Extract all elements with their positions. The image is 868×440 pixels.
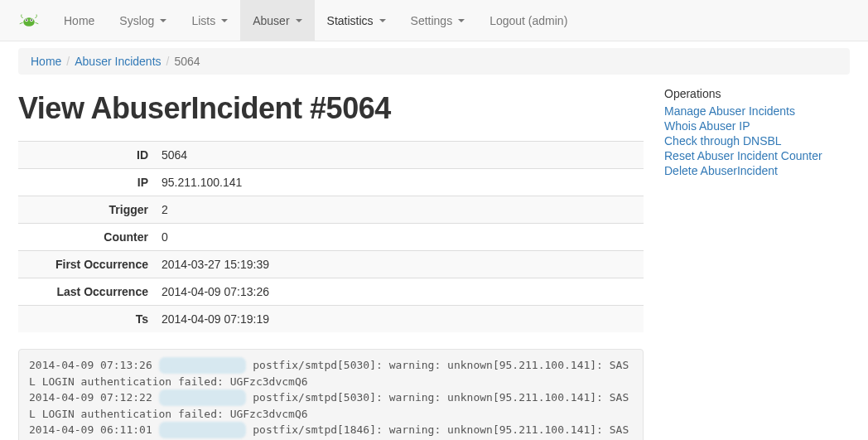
nav-syslog[interactable]: Syslog xyxy=(107,0,179,41)
operation-link[interactable]: Check through DNSBL xyxy=(664,133,822,148)
table-row: First Occurrence2014-03-27 15:19:39 xyxy=(18,251,644,278)
detail-table: ID5064 IP95.211.100.141 Trigger2 Counter… xyxy=(18,141,644,332)
nav-list: Home Syslog Lists Abuser Statistics Sett… xyxy=(51,0,580,41)
nav-lists[interactable]: Lists xyxy=(179,0,240,41)
nav-logout[interactable]: Logout (admin) xyxy=(477,0,580,41)
table-row: IP95.211.100.141 xyxy=(18,169,644,196)
chevron-down-icon xyxy=(160,19,166,22)
operations-title: Operations xyxy=(664,87,822,100)
navbar: Home Syslog Lists Abuser Statistics Sett… xyxy=(0,0,868,41)
brand-logo[interactable] xyxy=(12,0,51,41)
label-ip: IP xyxy=(18,169,155,196)
label-last: Last Occurrence xyxy=(18,278,155,306)
label-id: ID xyxy=(18,142,155,169)
label-first: First Occurrence xyxy=(18,251,155,278)
chevron-down-icon xyxy=(221,19,228,22)
page-title: View AbuserIncident #5064 xyxy=(18,91,644,126)
table-row: Ts2014-04-09 07:19:19 xyxy=(18,306,644,333)
svg-point-0 xyxy=(23,17,35,27)
blurred-host: xx.x5.1x3.xx xyxy=(159,422,247,438)
nav-settings[interactable]: Settings xyxy=(398,0,478,41)
value-first: 2014-03-27 15:19:39 xyxy=(155,251,644,278)
chevron-down-icon xyxy=(379,19,386,22)
value-ip: 95.211.100.141 xyxy=(155,169,644,196)
breadcrumb-current: 5064 xyxy=(162,55,200,68)
table-row: Trigger2 xyxy=(18,196,644,224)
value-last: 2014-04-09 07:13:26 xyxy=(155,278,644,306)
table-row: Last Occurrence2014-04-09 07:13:26 xyxy=(18,278,644,306)
log-output: 2014-04-09 07:13:26 xx.x5.1x3.xx postfix… xyxy=(18,349,644,440)
svg-point-3 xyxy=(26,19,27,21)
nav-abuser[interactable]: Abuser xyxy=(240,0,314,41)
label-counter: Counter xyxy=(18,224,155,251)
table-row: ID5064 xyxy=(18,142,644,169)
nav-home[interactable]: Home xyxy=(51,0,107,41)
operation-link[interactable]: Manage Abuser Incidents xyxy=(664,104,822,118)
blurred-host: xx.x5.1x3.xx xyxy=(159,357,247,374)
operation-link[interactable]: Whois Abuser IP xyxy=(664,118,822,133)
operation-link[interactable]: Delete AbuserIncident xyxy=(664,163,822,178)
chevron-down-icon xyxy=(296,19,302,22)
operation-link[interactable]: Reset Abuser Incident Counter xyxy=(664,148,822,163)
label-trigger: Trigger xyxy=(18,196,155,224)
nav-statistics[interactable]: Statistics xyxy=(315,0,398,41)
breadcrumb: Home Abuser Incidents 5064 xyxy=(18,48,850,75)
chevron-down-icon xyxy=(458,19,465,22)
table-row: Counter0 xyxy=(18,224,644,251)
operations-list: Manage Abuser IncidentsWhois Abuser IPCh… xyxy=(664,104,822,178)
svg-point-4 xyxy=(31,19,32,21)
blurred-host: xx.x5.1x3.xx xyxy=(159,389,247,406)
breadcrumb-abuser-incidents[interactable]: Abuser Incidents xyxy=(75,55,161,68)
value-counter: 0 xyxy=(155,224,644,251)
breadcrumb-home[interactable]: Home xyxy=(31,55,61,68)
value-trigger: 2 xyxy=(155,196,644,224)
value-ts: 2014-04-09 07:19:19 xyxy=(155,306,644,333)
bug-icon xyxy=(19,13,39,28)
label-ts: Ts xyxy=(18,306,155,333)
value-id: 5064 xyxy=(155,142,644,169)
